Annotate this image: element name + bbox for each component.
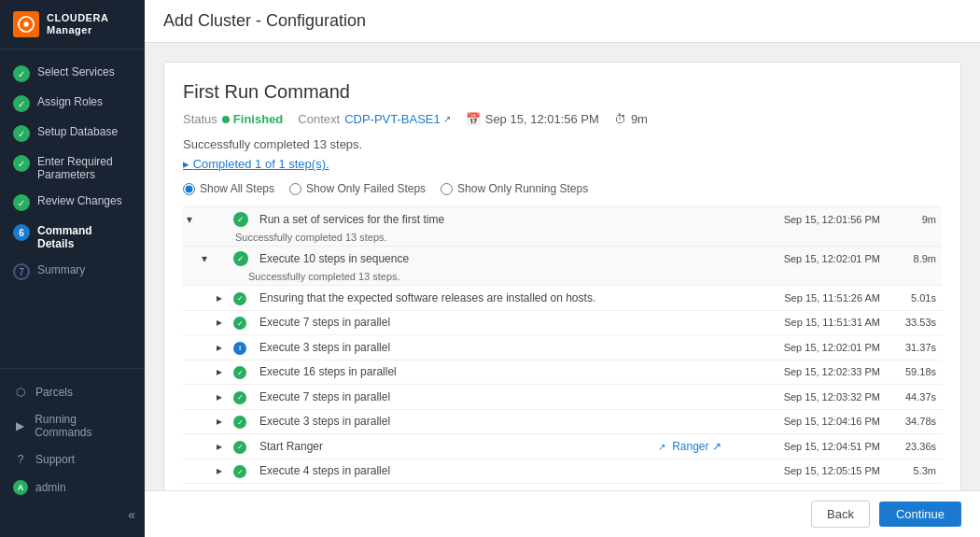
- status-value: Finished: [222, 112, 283, 126]
- step-link-cell-4: [652, 335, 763, 360]
- table-row: ▾ ✓ Execute 10 steps in sequence Sep 15,…: [183, 247, 942, 272]
- page-header: Add Cluster - Configuration: [145, 0, 980, 43]
- ranger-link-icon: ↗: [712, 440, 721, 453]
- filter-all-radio[interactable]: [183, 183, 195, 195]
- completed-steps-label: ▸: [183, 157, 193, 171]
- context-link[interactable]: CDP-PVT-BASE1 ↗: [344, 112, 451, 126]
- icon-cell-2: ✓: [228, 286, 254, 311]
- expand-cell-9[interactable]: ▸: [183, 459, 228, 484]
- footer: Back Continue: [145, 490, 980, 537]
- expand-cell-1[interactable]: ▾: [183, 247, 228, 272]
- content-card: First Run Command Status Finished Contex…: [163, 62, 961, 490]
- sidebar-parcels[interactable]: ⬡ Parcels: [0, 378, 145, 406]
- expand-cell-10[interactable]: ▸: [183, 484, 228, 491]
- icon-cell-0: ✓: [228, 207, 254, 233]
- wizard-step-7[interactable]: 7 Summary: [0, 257, 145, 287]
- wizard-step-2[interactable]: ✓ Assign Roles: [0, 89, 145, 119]
- sidebar-bottom: ⬡ Parcels ▶ Running Commands ? Support A…: [0, 368, 145, 537]
- wizard-step-4[interactable]: ✓ Enter Required Parameters: [0, 148, 145, 188]
- page-title: Add Cluster - Configuration: [163, 11, 366, 30]
- step-time-6: Sep 15, 12:03:32 PM: [763, 385, 886, 410]
- step-name-cell-10: Start Hive on Tez: [254, 484, 652, 491]
- calendar-icon: 📅: [466, 112, 481, 126]
- step-name-cell-5: Execute 16 steps in parallel: [254, 360, 652, 385]
- step-link-cell-6: [652, 385, 763, 410]
- steps-table: ▾ ✓ Run a set of services for the first …: [183, 206, 942, 490]
- step-duration-7: 34.78s: [886, 409, 942, 434]
- filter-failed-radio[interactable]: [289, 183, 301, 195]
- expand-cell-0[interactable]: ▾: [183, 207, 228, 233]
- sidebar-support[interactable]: ? Support: [0, 445, 145, 473]
- expand-cell-5[interactable]: ▸: [183, 360, 228, 385]
- expand-cell-7[interactable]: ▸: [183, 409, 228, 434]
- wizard-step-6[interactable]: 6 Command Details: [0, 218, 145, 257]
- step-time-10: Sep 15, 12:10:32 PM: [763, 484, 886, 491]
- icon-cell-3: ✓: [228, 310, 254, 335]
- wizard-step-1[interactable]: ✓ Select Services: [0, 59, 145, 89]
- table-row: ▸ i Execute 3 steps in parallel Sep 15, …: [183, 335, 942, 360]
- step-name-cell-8: Start Ranger: [254, 434, 652, 459]
- icon-cell-7: ✓: [228, 409, 254, 434]
- expand-cell-2[interactable]: ▸: [183, 286, 228, 311]
- date-value: Sep 15, 12:01:56 PM: [485, 112, 599, 126]
- support-label: Support: [35, 453, 75, 466]
- step-duration-10: 23.74s: [886, 484, 942, 491]
- step-duration-3: 33.53s: [886, 310, 942, 335]
- step-duration-4: 31.37s: [886, 335, 942, 360]
- icon-cell-10: ✓: [228, 484, 254, 491]
- step-link-cell-10: ↗ Hive on Tez ↗: [652, 484, 763, 491]
- filter-running-radio[interactable]: [441, 183, 453, 195]
- sidebar-admin[interactable]: A admin: [0, 473, 145, 502]
- parcels-label: Parcels: [35, 386, 73, 399]
- step-check-icon: ✓: [233, 416, 246, 429]
- sub-msg-1: Successfully completed 13 steps.: [183, 271, 942, 286]
- main-content: Add Cluster - Configuration First Run Co…: [145, 0, 980, 537]
- running-commands-icon: ▶: [13, 418, 27, 433]
- table-row: ▸ ✓ Execute 16 steps in parallel Sep 15,…: [183, 360, 942, 385]
- step-name-cell-1: Execute 10 steps in sequence: [254, 247, 652, 272]
- icon-cell-6: ✓: [228, 385, 254, 410]
- step-link-cell-0: [652, 207, 763, 233]
- context-label: Context: [298, 112, 340, 126]
- filter-failed[interactable]: Show Only Failed Steps: [289, 182, 426, 195]
- completed-steps-link[interactable]: ▸ Completed 1 of 1 step(s).: [183, 157, 329, 171]
- icon-cell-1: ✓: [228, 247, 254, 272]
- step-3-label: Setup Database: [37, 125, 118, 138]
- step-link-cell-7: [652, 409, 763, 434]
- wizard-step-5[interactable]: ✓ Review Changes: [0, 188, 145, 218]
- wizard-step-3[interactable]: ✓ Setup Database: [0, 119, 145, 148]
- expand-cell-3[interactable]: ▸: [183, 310, 228, 335]
- frc-meta: Status Finished Context CDP-PVT-BASE1 ↗ …: [183, 112, 942, 126]
- back-button[interactable]: Back: [811, 501, 870, 528]
- status-dot: [222, 116, 230, 123]
- expand-cell-6[interactable]: ▸: [183, 385, 228, 410]
- step-check-icon: ✓: [233, 317, 246, 330]
- step-duration-2: 5.01s: [886, 286, 942, 311]
- filter-all-label: Show All Steps: [200, 182, 274, 195]
- step-check-icon: ✓: [233, 465, 246, 478]
- filter-all[interactable]: Show All Steps: [183, 182, 274, 195]
- frc-date: 📅 Sep 15, 12:01:56 PM: [466, 112, 599, 126]
- ranger-link[interactable]: Ranger ↗: [672, 440, 721, 453]
- step-7-label: Summary: [37, 263, 85, 276]
- support-icon: ?: [13, 452, 28, 467]
- step-link-cell-1: [652, 247, 763, 272]
- frc-title: First Run Command: [183, 81, 942, 103]
- main-body: First Run Command Status Finished Contex…: [145, 43, 980, 490]
- table-row: ▸ ✓ Start Hive on Tez ↗ Hive on Tez ↗ Se…: [183, 484, 942, 491]
- step-link-cell-2: [652, 286, 763, 311]
- logo-text-line2: Manager: [47, 24, 108, 36]
- filter-failed-label: Show Only Failed Steps: [306, 182, 426, 195]
- icon-cell-9: ✓: [228, 459, 254, 484]
- step-time-7: Sep 15, 12:04:16 PM: [763, 409, 886, 434]
- sidebar-collapse-button[interactable]: «: [128, 507, 135, 522]
- step-time-4: Sep 15, 12:02:01 PM: [763, 335, 886, 360]
- sidebar-running-commands[interactable]: ▶ Running Commands: [0, 406, 145, 445]
- filter-running[interactable]: Show Only Running Steps: [441, 182, 588, 195]
- sub-msg-row-0: Successfully completed 13 steps.: [183, 232, 942, 247]
- continue-button[interactable]: Continue: [879, 502, 961, 527]
- expand-cell-4[interactable]: ▸: [183, 335, 228, 360]
- step-link-cell-5: [652, 360, 763, 385]
- expand-cell-8[interactable]: ▸: [183, 434, 228, 459]
- ranger-external-icon: ↗: [658, 442, 665, 452]
